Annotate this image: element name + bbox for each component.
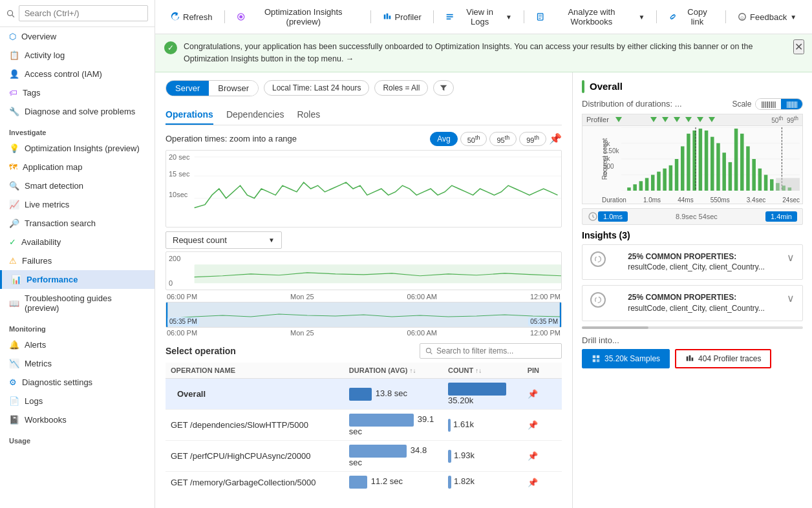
op-pin-cell[interactable]: 📌 [522, 379, 562, 410]
operations-table: OPERATION NAME DURATION (AVG) ↑↓ COUNT ↑… [166, 363, 562, 492]
profiler-marker-6 [697, 117, 703, 122]
toolbar-separator-3 [433, 10, 434, 23]
table-row[interactable]: GET /dependencies/SlowHTTP/500039.1 sec1… [166, 410, 562, 441]
svg-rect-42 [699, 128, 703, 190]
sidebar-item-label: Activity log [25, 50, 65, 60]
sidebar-item-metrics[interactable]: 📉 Metrics [0, 354, 155, 373]
col-duration[interactable]: DURATION (AVG) ↑↓ [344, 363, 443, 379]
sidebar-item-logs[interactable]: 📄 Logs [0, 392, 155, 410]
roles-filter-pill[interactable]: Roles = All [374, 80, 428, 96]
server-browser-toggle: Server Browser [166, 80, 259, 96]
sidebar-item-performance[interactable]: 📊 Performance [0, 270, 155, 289]
refresh-button[interactable]: Refresh [164, 9, 219, 25]
pin-button[interactable]: 📌 [549, 132, 562, 145]
tab-operations[interactable]: Operations [166, 105, 213, 125]
sidebar-item-diagnose[interactable]: 🔧 Diagnose and solve problems [0, 102, 155, 121]
tags-icon: 🏷 [9, 88, 17, 98]
toolbar-separator [224, 10, 225, 23]
avg-button[interactable]: Avg [430, 132, 457, 146]
table-row[interactable]: GET /perfCPU/HighCPUAsync/2000034.8 sec1… [166, 441, 562, 472]
timeline-brush[interactable]: 05:35 PM 05:35 PM [166, 302, 562, 328]
profiler-traces-button[interactable]: 404 Profiler traces [675, 349, 771, 368]
op-count-cell: 35.20k [443, 379, 522, 410]
insight-expand-1[interactable]: ∨ [787, 251, 795, 264]
tab-roles[interactable]: Roles [297, 105, 320, 125]
col-operation-name[interactable]: OPERATION NAME [166, 363, 344, 379]
svg-rect-50 [746, 146, 750, 191]
smart-icon: 🔍 [9, 181, 19, 191]
filter-icon-button[interactable] [433, 80, 454, 96]
sidebar-item-opt-insights[interactable]: 💡 Optimization Insights (preview) [0, 139, 155, 158]
server-toggle-button[interactable]: Server [166, 81, 209, 96]
dur-selected-left: 1.0ms [598, 211, 628, 222]
funnel-icon [439, 83, 448, 92]
sidebar-item-alerts[interactable]: 🔔 Alerts [0, 335, 155, 354]
sidebar-item-transaction-search[interactable]: 🔎 Transaction search [0, 214, 155, 233]
browser-toggle-button[interactable]: Browser [209, 81, 258, 96]
sidebar-item-workbooks[interactable]: 📓 Workbooks [0, 410, 155, 429]
profiler-marker-5 [685, 117, 692, 122]
copy-link-button[interactable]: Copy link [662, 4, 720, 30]
scale-linear-button[interactable]: |||||||| [756, 99, 781, 109]
sidebar-item-label: Access control (IAM) [25, 69, 102, 79]
samples-button[interactable]: 35.20k Samples [582, 349, 670, 368]
toolbar-separator-6 [725, 10, 726, 23]
opt-icon [237, 12, 245, 21]
table-row[interactable]: GET /memory/GarbageCollection/500011.2 s… [166, 472, 562, 492]
search-icon [6, 9, 15, 18]
logs-icon [445, 12, 454, 21]
dur-range-label: 8.9sec 54sec [628, 213, 765, 220]
ops-search[interactable] [420, 343, 562, 359]
sidebar-item-failures[interactable]: ⚠ Failures [0, 251, 155, 270]
profiler-icon [383, 12, 392, 21]
sidebar-item-overview[interactable]: ⬡ Overview [0, 27, 155, 46]
svg-rect-37 [669, 165, 673, 190]
col-count[interactable]: COUNT ↑↓ [443, 363, 522, 379]
insight-text-2: 25% COMMON PROPERTIES: resultCode, clien… [628, 292, 765, 314]
op-pin-cell[interactable]: 📌 [522, 472, 562, 492]
transaction-search-icon: 🔎 [9, 218, 19, 228]
p50-button[interactable]: 50th [460, 132, 487, 147]
scale-log-button[interactable]: ||||||||| [781, 99, 802, 109]
request-count-dropdown[interactable]: Request count ▼ [166, 231, 282, 249]
brush-start-label: 05:35 PM [167, 317, 199, 326]
sidebar-search-input[interactable] [19, 5, 148, 21]
profiler-marker-3 [662, 117, 668, 122]
sidebar-item-tags[interactable]: 🏷 Tags [0, 83, 155, 102]
sidebar-item-smart-detection[interactable]: 🔍 Smart detection [0, 176, 155, 195]
appmap-icon: 🗺 [9, 162, 17, 172]
ops-search-input[interactable] [436, 346, 556, 355]
sidebar-item-availability[interactable]: ✓ Availability [0, 233, 155, 251]
table-row[interactable]: Overall13.8 sec35.20k📌 [166, 379, 562, 410]
opt-insights-button[interactable]: Optimization Insights (preview) [230, 4, 365, 30]
profiler-button[interactable]: Profiler [376, 9, 428, 25]
op-pin-cell[interactable]: 📌 [522, 410, 562, 441]
opt-icon: 💡 [9, 143, 19, 153]
view-in-logs-button[interactable]: View in Logs ▼ [439, 4, 518, 30]
toolbar-separator-5 [656, 10, 657, 23]
left-panel: Server Browser Local Time: Last 24 hours… [155, 72, 573, 509]
duration-selector[interactable]: 1.0ms 8.9sec 54sec 1.4min [582, 208, 803, 225]
tab-dependencies[interactable]: Dependencies [226, 105, 284, 125]
banner-close-button[interactable]: ✕ [793, 39, 804, 54]
sidebar-item-live-metrics[interactable]: 📈 Live metrics [0, 195, 155, 214]
search-box[interactable] [0, 0, 155, 27]
p95-button[interactable]: 95th [489, 132, 517, 147]
sidebar-item-troubleshooting[interactable]: 📖 Troubleshooting guides (preview) [0, 289, 155, 317]
feedback-button[interactable]: ☺ Feedback ▼ [731, 9, 803, 25]
sidebar-item-app-map[interactable]: 🗺 Application map [0, 158, 155, 176]
sidebar-item-activity-log[interactable]: 📋 Activity log [0, 46, 155, 65]
operations-tabs: Operations Dependencies Roles [166, 105, 562, 125]
insight-expand-2[interactable]: ∨ [787, 292, 795, 304]
overall-section: Overall [582, 80, 803, 93]
request-count-label: Request count [601, 138, 608, 180]
svg-rect-67 [597, 359, 599, 362]
overall-bar [582, 80, 584, 93]
op-pin-cell[interactable]: 📌 [522, 441, 562, 472]
analyze-button[interactable]: Analyze with Workbooks ▼ [529, 4, 652, 30]
time-filter-pill[interactable]: Local Time: Last 24 hours [264, 80, 369, 96]
sidebar-item-iam[interactable]: 👤 Access control (IAM) [0, 65, 155, 83]
dropdown-arrow-3: ▼ [790, 14, 796, 21]
p99-button[interactable]: 99th [519, 132, 546, 147]
sidebar-item-diagnostic-settings[interactable]: ⚙ Diagnostic settings [0, 373, 155, 392]
